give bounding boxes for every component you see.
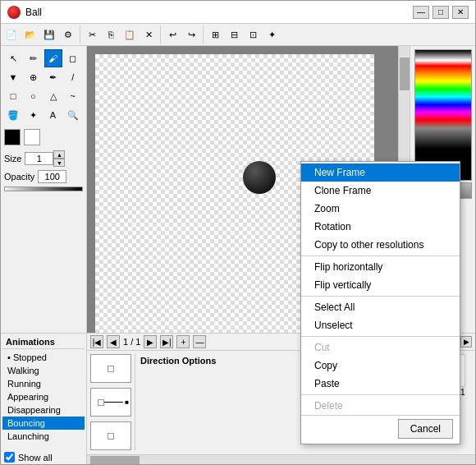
paste-button[interactable]: 📋 xyxy=(121,25,139,44)
transform-button[interactable]: ⊡ xyxy=(244,25,262,44)
frame-scrollbar-h[interactable] xyxy=(87,454,475,464)
show-all-checkbox[interactable] xyxy=(4,452,15,463)
anim-running[interactable]: Running xyxy=(2,377,85,390)
scrollbar-thumb-v[interactable] xyxy=(400,58,410,90)
minimize-button[interactable]: — xyxy=(413,6,429,19)
ctx-sep-4 xyxy=(301,394,460,395)
frame-scrollbar-thumb[interactable] xyxy=(90,456,140,464)
size-down-button[interactable]: ▼ xyxy=(53,159,65,167)
tool-brush[interactable]: 🖌 xyxy=(44,49,62,67)
size-opacity-area: Size ▲ ▼ Opacity xyxy=(1,147,86,195)
window-title: Ball xyxy=(25,7,42,18)
delete-button[interactable]: ✕ xyxy=(140,25,158,44)
anim-bouncing[interactable]: Bouncing xyxy=(2,417,85,430)
frame-last-button[interactable]: ▶| xyxy=(160,335,173,348)
toolbar-row-1: 📄 📂 💾 ⚙ ✂ ⎘ 📋 ✕ ↩ ↪ ⊞ ⊟ ⊡ ✦ xyxy=(2,25,281,44)
tool-fill[interactable]: ▼ xyxy=(4,68,22,86)
magic-button[interactable]: ✦ xyxy=(263,25,281,44)
frame-first-button[interactable]: |◀ xyxy=(90,335,103,348)
tool-text[interactable]: A xyxy=(44,106,62,124)
size-input[interactable] xyxy=(25,152,53,165)
ctx-clone-frame[interactable]: Clone Frame xyxy=(301,182,460,200)
maximize-button[interactable]: □ xyxy=(433,6,449,19)
ctx-delete: Delete xyxy=(301,397,460,415)
ctx-unselect[interactable]: Unselect xyxy=(301,316,460,334)
save-button[interactable]: 💾 xyxy=(40,25,58,44)
show-all-label: Show all xyxy=(18,453,53,463)
toolbar: 📄 📂 💾 ⚙ ✂ ⎘ 📋 ✕ ↩ ↪ ⊞ ⊟ ⊡ ✦ xyxy=(1,24,475,46)
animation-panel: Animations • Stopped Walking Running App… xyxy=(1,334,87,464)
grid-button[interactable]: ⊞ xyxy=(206,25,224,44)
toolbar-sep-1 xyxy=(80,25,80,44)
size-up-button[interactable]: ▲ xyxy=(53,150,65,159)
ctx-cancel-area: Cancel xyxy=(301,415,460,442)
anim-stopped[interactable]: • Stopped xyxy=(2,351,85,364)
ctx-sep-1 xyxy=(301,256,460,256)
cut-button[interactable]: ✂ xyxy=(83,25,101,44)
grid2-button[interactable]: ⊟ xyxy=(225,25,243,44)
settings-button[interactable]: ⚙ xyxy=(59,25,77,44)
ctx-copy-to-resolutions[interactable]: Copy to other resolutions xyxy=(301,236,460,254)
anim-launching[interactable]: Launching xyxy=(2,430,85,443)
frame-cell-1[interactable] xyxy=(90,354,131,383)
ctx-select-all[interactable]: Select All xyxy=(301,298,460,316)
mini-frame-3 xyxy=(108,433,114,440)
foreground-color[interactable] xyxy=(4,129,21,145)
tool-eraser[interactable]: ◻ xyxy=(64,49,82,67)
arrow-line xyxy=(104,402,123,403)
tool-rect[interactable]: □ xyxy=(4,87,22,105)
direction-label: Direction Options xyxy=(140,356,216,366)
ctx-rotation[interactable]: Rotation xyxy=(301,218,460,236)
redo-button[interactable]: ↪ xyxy=(182,25,200,44)
tool-pen[interactable]: ✒ xyxy=(44,68,62,86)
main-window: Ball — □ ✕ 📄 📂 💾 ⚙ ✂ ⎘ 📋 ✕ ↩ ↪ ⊞ ⊟ ⊡ ✦ xyxy=(0,0,476,465)
show-all-area: Show all xyxy=(2,450,54,464)
tool-ellipse[interactable]: ○ xyxy=(24,87,42,105)
title-bar: Ball — □ ✕ xyxy=(1,1,475,24)
close-button[interactable]: ✕ xyxy=(452,6,469,19)
anim-disappearing[interactable]: Disappearing xyxy=(2,403,85,417)
opacity-input[interactable] xyxy=(38,170,66,183)
opacity-row: Opacity xyxy=(4,170,83,183)
app-icon xyxy=(7,6,21,19)
ctx-new-frame[interactable]: New Frame xyxy=(301,163,460,182)
undo-button[interactable]: ↩ xyxy=(163,25,181,44)
tool-zoom[interactable]: 🔍 xyxy=(64,106,82,124)
frame-next-button[interactable]: ▶ xyxy=(144,335,157,348)
frame-counter: 1 / 1 xyxy=(123,337,140,347)
size-label: Size xyxy=(4,154,21,163)
frame-scroll-right[interactable]: ▶ xyxy=(460,336,472,348)
arrow-container: ■ xyxy=(104,398,129,406)
cancel-button[interactable]: Cancel xyxy=(398,419,453,439)
background-color[interactable] xyxy=(24,129,40,145)
tool-select[interactable]: ↖ xyxy=(4,49,22,67)
tool-paint[interactable]: 🪣 xyxy=(4,106,22,124)
size-spin-buttons: ▲ ▼ xyxy=(53,150,65,167)
frame-remove-button[interactable]: — xyxy=(193,335,206,348)
tool-line[interactable]: / xyxy=(64,68,82,86)
open-button[interactable]: 📂 xyxy=(21,25,39,44)
ctx-flip-v[interactable]: Flip vertically xyxy=(301,276,460,294)
new-button[interactable]: 📄 xyxy=(2,25,21,44)
anim-walking[interactable]: Walking xyxy=(2,364,85,377)
ctx-paste[interactable]: Paste xyxy=(301,375,460,393)
tool-pencil[interactable]: ✏ xyxy=(24,49,42,67)
arrow-head: ■ xyxy=(125,398,129,406)
frame-add-button[interactable]: + xyxy=(176,335,190,348)
tool-freehand[interactable]: ~ xyxy=(64,87,82,105)
frame-cell-3[interactable] xyxy=(90,421,131,450)
ctx-flip-h[interactable]: Flip horizontally xyxy=(301,258,460,276)
opacity-slider[interactable] xyxy=(4,186,83,191)
copy-button[interactable]: ⎘ xyxy=(102,25,120,44)
ctx-sep-2 xyxy=(301,296,460,297)
ctx-sep-3 xyxy=(301,336,460,337)
tool-triangle[interactable]: △ xyxy=(44,87,62,105)
size-row: Size ▲ ▼ xyxy=(4,150,83,167)
frame-prev-button[interactable]: ◀ xyxy=(107,335,120,348)
tool-stamp[interactable]: ✦ xyxy=(24,106,42,124)
frame-cell-2[interactable]: ■ xyxy=(90,388,131,417)
ctx-copy[interactable]: Copy xyxy=(301,357,460,375)
ctx-zoom[interactable]: Zoom xyxy=(301,200,460,218)
anim-appearing[interactable]: Appearing xyxy=(2,390,85,403)
tool-eyedropper[interactable]: ⊕ xyxy=(24,68,42,86)
